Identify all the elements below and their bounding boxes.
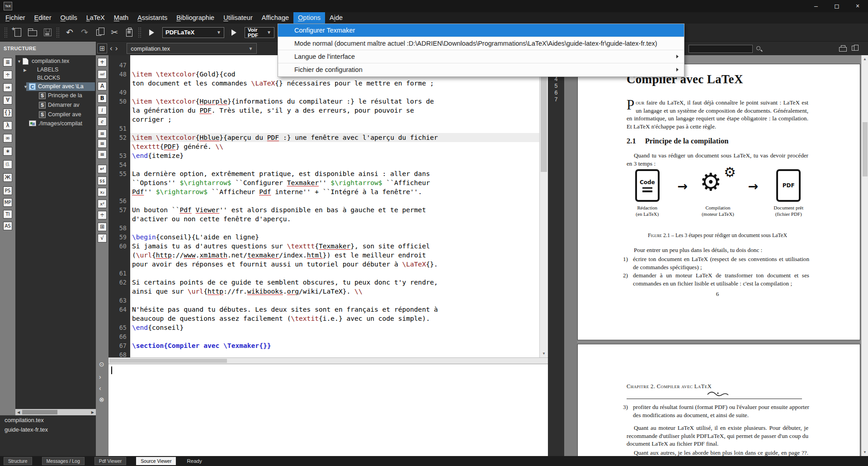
maximize-button[interactable]: ◻ <box>826 0 847 12</box>
next-document-button[interactable]: › <box>115 42 121 55</box>
logic-symbols-icon[interactable]: ∀ <box>3 96 12 105</box>
editor-horizontal-scrollbar[interactable] <box>108 357 548 364</box>
pdf-vertical-scrollbar[interactable]: ▲ ▼ <box>861 55 868 456</box>
scrollbar-thumb[interactable] <box>863 122 868 176</box>
description-icon[interactable]: ≡ <box>98 150 107 159</box>
delimiters-icon[interactable]: (]. <box>3 160 12 169</box>
statusbar-tab-structure[interactable]: Structure <box>4 457 32 465</box>
code-line[interactable]: \end{conseil} <box>130 323 539 332</box>
code-line[interactable]: (\url{http://www.xm1math.net/texmaker/in… <box>130 251 539 260</box>
run-compile-button[interactable] <box>145 26 158 39</box>
previous-document-button[interactable]: ‹ <box>107 42 115 55</box>
emphasis-icon[interactable]: e <box>98 117 107 126</box>
special-characters-icon[interactable]: Ж <box>3 173 12 182</box>
menu-bibliographie[interactable]: Bibliographie <box>172 12 219 24</box>
editor-code[interactable]: \item \textcolor{Gold}{codton document e… <box>130 55 539 357</box>
menu-item-langue[interactable]: Langue de l'interface <box>278 50 684 63</box>
scroll-down-icon[interactable]: ▼ <box>863 450 867 454</box>
statusbar-tab-messages-log[interactable]: Messages / Log <box>42 457 85 465</box>
menu-math[interactable]: Math <box>109 12 133 24</box>
code-line-current[interactable]: \item \textcolor{Hblue}{aperçu du PDF :}… <box>130 133 539 142</box>
pdf-page-number-6[interactable]: 6 <box>548 90 564 96</box>
stop-icon[interactable]: ⊗ <box>99 396 104 403</box>
braces-icon[interactable]: {} <box>3 109 12 117</box>
code-line[interactable]: beaucoup de questions assez facilement (… <box>130 314 539 323</box>
code-line[interactable]: Si certains points de ce guide te semble… <box>130 278 539 287</box>
open-file-select[interactable]: compilation.tex▼ <box>127 43 257 54</box>
menu-fichier[interactable]: Fichier <box>1 12 30 24</box>
code-line[interactable]: corriger ; <box>130 115 539 124</box>
open-file-button[interactable] <box>26 26 39 39</box>
next-error-icon[interactable]: › <box>99 374 101 380</box>
collapse-icon[interactable]: ▼ <box>24 83 28 91</box>
bold-icon[interactable]: B <box>98 94 107 103</box>
enumerate-icon[interactable]: ≡ <box>98 139 107 148</box>
code-line[interactable] <box>130 223 539 233</box>
detach-structure-icon[interactable]: ⊞ <box>97 43 107 53</box>
code-line[interactable] <box>130 350 539 357</box>
pdf-page-number-5[interactable]: 5 <box>548 83 564 89</box>
scrollbar-thumb[interactable] <box>541 68 547 172</box>
tree-item--images-compilat[interactable]: ./Images/compilat <box>15 119 96 128</box>
tree-item-labels[interactable]: ▶LABELS <box>15 66 96 74</box>
arrow-symbols-icon[interactable]: ⇒ <box>3 83 12 92</box>
code-line[interactable] <box>130 332 539 341</box>
new-block-icon[interactable]: + <box>98 58 107 67</box>
compiler-select[interactable]: PDFLaTeX▼ <box>162 27 224 38</box>
asymptote-icon[interactable]: AS <box>3 222 12 230</box>
code-line[interactable]: Si jamais tu as d'autres questions sur \… <box>130 242 539 251</box>
frac-icon[interactable]: ÷ <box>98 211 107 219</box>
menu-assistants[interactable]: Assistants <box>133 12 172 24</box>
new-document-button[interactable]: + <box>11 26 24 39</box>
code-line[interactable] <box>130 196 539 205</box>
fraction-icon[interactable]: ÷ <box>3 71 12 79</box>
section-list-icon[interactable]: ≣ <box>3 58 12 67</box>
code-line[interactable]: ainsi que sur \url{http://fr.wikibooks.o… <box>130 287 539 296</box>
undo-button[interactable]: ↶ <box>63 26 76 39</box>
subscript-icon[interactable]: x₂ <box>98 188 107 196</box>
tree-item-principe-de-la[interactable]: SPrincipe de la <box>15 91 96 100</box>
run-view-button[interactable] <box>227 26 241 39</box>
code-line[interactable]: pour avoir des réponses et fournit aussi… <box>130 260 539 269</box>
code-line[interactable]: La dernière option, extrêmement pratique… <box>130 169 539 178</box>
save-button[interactable] <box>41 26 54 39</box>
matrix-icon[interactable]: ⊞ <box>98 223 107 231</box>
preview-eye-icon[interactable]: ⊙ <box>99 361 104 367</box>
code-line[interactable] <box>130 88 539 97</box>
code-line[interactable]: N'hésite pas quand tu débutes. Les deux … <box>130 305 539 314</box>
editor-vertical-scrollbar[interactable]: ▲ ▼ <box>539 55 548 357</box>
menu-item-configurer[interactable]: Configurer Texmaker <box>278 24 684 37</box>
scrollbar-thumb[interactable] <box>22 410 57 414</box>
cut-button[interactable]: ✂ <box>108 26 121 39</box>
code-line[interactable] <box>130 124 539 133</box>
tikz-icon[interactable]: TI <box>3 210 12 219</box>
menu-outils[interactable]: Outils <box>56 12 82 24</box>
metapost-icon[interactable]: MP <box>3 198 12 207</box>
itemize-icon[interactable]: ≡ <box>98 129 107 138</box>
code-line[interactable]: d'activer ou non cette fenêtre d'aperçu. <box>130 214 539 223</box>
code-line[interactable]: la génération du PDF. Très utile, s'il y… <box>130 106 539 115</box>
collapse-icon[interactable]: ▼ <box>17 57 21 66</box>
pdf-page-number-7[interactable]: 7 <box>548 96 564 103</box>
newline-icon[interactable]: ↵ <box>98 165 107 173</box>
menu-editer[interactable]: Editer <box>30 12 56 24</box>
tree-item-d-marrer-av[interactable]: SDémarrer av <box>15 101 96 109</box>
search-icon[interactable] <box>756 46 760 50</box>
tree-item-blocks[interactable]: BLOCKS <box>15 74 96 82</box>
statusbar-tab-source-viewer[interactable]: Source Viewer <box>136 457 176 465</box>
menu-options[interactable]: Options <box>293 12 325 24</box>
greek-letters-icon[interactable]: λ <box>3 121 12 130</box>
menu-aide[interactable]: Aide <box>325 12 347 24</box>
print-icon[interactable] <box>839 47 847 52</box>
code-line[interactable] <box>130 269 539 278</box>
pdf-page-number-4[interactable]: 4 <box>548 76 564 82</box>
code-line[interactable]: \item \textcolor{Hpurple}{informations d… <box>130 97 539 106</box>
code-line[interactable]: Un bouton ``Pdf Viewer'' est alors dispo… <box>130 205 539 214</box>
redo-button[interactable]: ↷ <box>78 26 91 39</box>
menu-affichage[interactable]: Affichage <box>257 12 293 24</box>
references-icon[interactable]: ref <box>98 70 107 79</box>
scroll-right-icon[interactable]: ▶ <box>91 410 94 414</box>
pstricks-icon[interactable]: PS <box>3 186 12 195</box>
code-line[interactable]: \end{itemize} <box>130 151 539 160</box>
statusbar-tab-pdf-viewer[interactable]: Pdf Viewer <box>94 457 127 465</box>
